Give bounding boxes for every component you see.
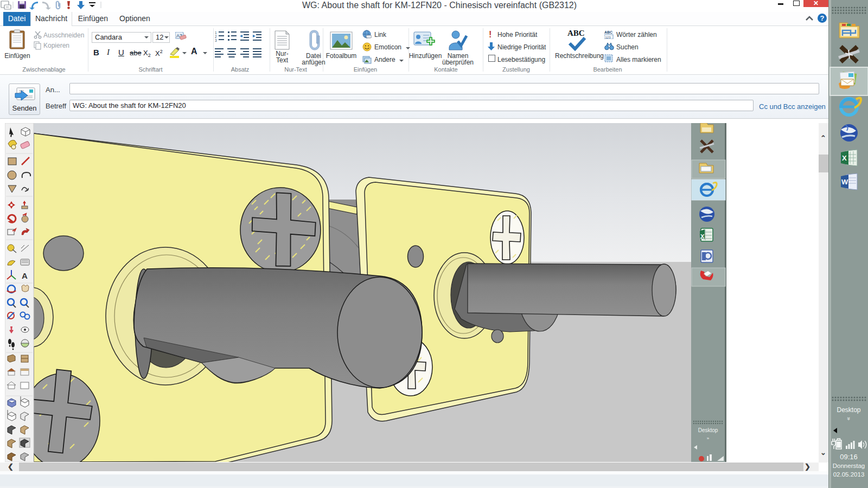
svg-text:2: 2 xyxy=(215,35,217,38)
svg-text:W: W xyxy=(841,178,848,186)
svg-text:X: X xyxy=(700,233,705,240)
svg-text:X: X xyxy=(842,154,847,162)
svg-text:A: A xyxy=(22,271,28,280)
svg-text:3: 3 xyxy=(215,38,217,42)
svg-text:Desktop: Desktop xyxy=(698,427,718,433)
svg-text:»: » xyxy=(707,436,710,441)
svg-text:123: 123 xyxy=(605,36,611,39)
svg-text:1: 1 xyxy=(215,31,217,35)
svg-text:ABC: ABC xyxy=(604,30,612,34)
